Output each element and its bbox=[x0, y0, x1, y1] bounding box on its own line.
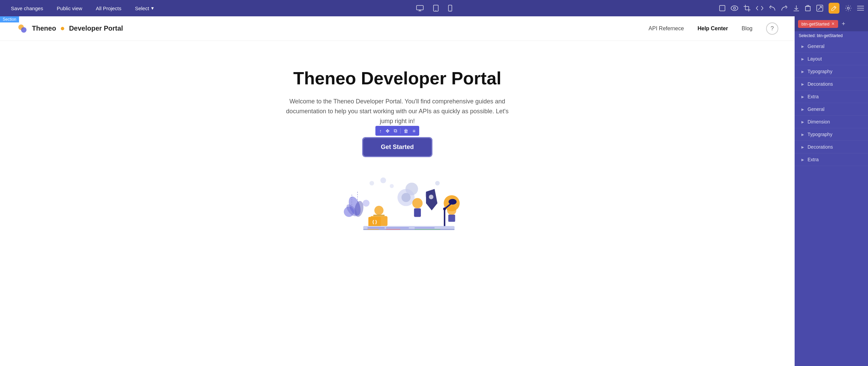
chevron-down-icon: ▾ bbox=[151, 5, 154, 11]
svg-rect-53 bbox=[367, 229, 379, 230]
hero-title: Theneo Developer Portal bbox=[293, 68, 501, 88]
nav-link-api[interactable]: API Refernece bbox=[649, 26, 684, 32]
nav-link-help[interactable]: Help Center bbox=[697, 26, 728, 32]
site-nav-links: API Refernece Help Center Blog ? bbox=[649, 22, 778, 35]
more-options-icon[interactable]: ≡ bbox=[411, 128, 417, 134]
chevron-right-icon: ▶ bbox=[801, 145, 804, 149]
hero-subtitle: Welcome to the Theneo Developer Portal. … bbox=[282, 97, 513, 126]
edit-mode-button[interactable] bbox=[829, 3, 839, 14]
selected-element-tab[interactable]: btn-getStarted ✕ bbox=[798, 20, 838, 28]
sidebar-item-general-2[interactable]: ▶ General bbox=[795, 103, 868, 116]
svg-point-8 bbox=[731, 6, 738, 11]
sidebar-item-dimension[interactable]: ▶ Dimension bbox=[795, 116, 868, 128]
add-tab-icon[interactable]: + bbox=[840, 20, 847, 28]
svg-text:}: } bbox=[375, 219, 377, 224]
logo-dot bbox=[61, 27, 64, 30]
svg-point-19 bbox=[847, 7, 849, 9]
svg-point-45 bbox=[412, 198, 422, 209]
tab-close-icon[interactable]: ✕ bbox=[831, 21, 835, 26]
sidebar-item-label: Extra bbox=[808, 157, 819, 162]
right-sidebar: btn-getStarted ✕ + Selected: btn-getStar… bbox=[795, 16, 868, 366]
undo-icon[interactable] bbox=[769, 5, 776, 11]
site-logo-text: Theneo bbox=[32, 24, 56, 32]
duplicate-icon[interactable]: ⧉ bbox=[392, 127, 399, 134]
section-label: Section bbox=[0, 16, 19, 22]
svg-point-47 bbox=[429, 195, 433, 199]
sidebar-item-label: Dimension bbox=[808, 119, 830, 124]
redo-icon[interactable] bbox=[781, 5, 788, 11]
illustration-area: { } bbox=[326, 163, 469, 238]
sidebar-item-typography-2[interactable]: ▶ Typography bbox=[795, 128, 868, 141]
checkbox-icon[interactable] bbox=[719, 5, 725, 11]
main-layout: Section Theneo Developer Portal API Refe… bbox=[0, 16, 868, 366]
share-icon[interactable] bbox=[816, 5, 823, 12]
delete-btn-icon[interactable]: 🗑 bbox=[402, 128, 410, 134]
sidebar-item-typography-1[interactable]: ▶ Typography bbox=[795, 65, 868, 78]
sidebar-item-label: General bbox=[808, 106, 825, 112]
svg-point-40 bbox=[374, 206, 383, 215]
public-view-button[interactable]: Public view bbox=[50, 0, 89, 16]
sidebar-item-label: Extra bbox=[808, 94, 819, 99]
sidebar-item-decorations-2[interactable]: ▶ Decorations bbox=[795, 141, 868, 153]
sidebar-item-label: Typography bbox=[808, 69, 832, 74]
svg-point-34 bbox=[390, 184, 394, 188]
save-changes-button[interactable]: Save changes bbox=[4, 0, 50, 16]
svg-rect-55 bbox=[386, 229, 400, 230]
get-started-button[interactable]: Get Started bbox=[363, 138, 431, 156]
toolbar-center bbox=[416, 5, 452, 12]
sidebar-item-extra-2[interactable]: ▶ Extra bbox=[795, 153, 868, 166]
svg-rect-56 bbox=[414, 228, 435, 229]
mobile-icon[interactable] bbox=[448, 5, 452, 12]
svg-rect-57 bbox=[414, 229, 440, 230]
tablet-icon[interactable] bbox=[433, 5, 439, 12]
svg-point-35 bbox=[369, 181, 374, 185]
chevron-right-icon: ▶ bbox=[801, 57, 804, 61]
sidebar-item-general-1[interactable]: ▶ General bbox=[795, 40, 868, 53]
chevron-right-icon: ▶ bbox=[801, 158, 804, 162]
svg-line-17 bbox=[818, 6, 821, 10]
hero-illustration: { } bbox=[326, 163, 469, 238]
drag-icon[interactable]: ✥ bbox=[384, 128, 391, 134]
chevron-right-icon: ▶ bbox=[801, 82, 804, 86]
sidebar-item-layout[interactable]: ▶ Layout bbox=[795, 53, 868, 65]
svg-rect-15 bbox=[805, 6, 810, 11]
site-logo: Theneo Developer Portal bbox=[16, 22, 123, 35]
code-icon[interactable] bbox=[756, 5, 763, 11]
sidebar-item-extra-1[interactable]: ▶ Extra bbox=[795, 90, 868, 103]
chevron-right-icon: ▶ bbox=[801, 45, 804, 48]
sidebar-item-decorations-1[interactable]: ▶ Decorations bbox=[795, 78, 868, 90]
website-preview: Section Theneo Developer Portal API Refe… bbox=[0, 16, 795, 366]
svg-rect-41 bbox=[373, 215, 385, 216]
logo-icon bbox=[16, 22, 29, 35]
preview-icon[interactable] bbox=[731, 5, 738, 11]
svg-line-18 bbox=[834, 7, 835, 8]
top-toolbar: Save changes Public view All Projects Se… bbox=[0, 0, 868, 16]
chevron-right-icon: ▶ bbox=[801, 70, 804, 73]
tab-label: btn-getStarted bbox=[801, 21, 829, 27]
preview-area: Section Theneo Developer Portal API Refe… bbox=[0, 16, 795, 366]
nav-link-blog[interactable]: Blog bbox=[742, 26, 752, 32]
all-projects-button[interactable]: All Projects bbox=[89, 0, 128, 16]
crop-icon[interactable] bbox=[744, 5, 750, 12]
move-up-icon[interactable]: ↑ bbox=[377, 128, 383, 134]
hamburger-menu-icon[interactable] bbox=[857, 5, 864, 11]
desktop-icon[interactable] bbox=[416, 5, 424, 11]
svg-rect-54 bbox=[386, 228, 409, 229]
select-button[interactable]: Select ▾ bbox=[128, 0, 161, 16]
sidebar-item-label: Decorations bbox=[808, 81, 833, 87]
sidebar-item-label: General bbox=[808, 44, 825, 49]
hero-section: Theneo Developer Portal Welcome to the T… bbox=[0, 41, 795, 251]
download-icon[interactable] bbox=[793, 5, 799, 12]
selected-element-name: btn-getStarted bbox=[817, 33, 843, 38]
svg-point-4 bbox=[436, 10, 436, 11]
svg-point-60 bbox=[443, 207, 446, 210]
settings-icon[interactable] bbox=[845, 5, 852, 12]
chevron-right-icon: ▶ bbox=[801, 133, 804, 136]
delete-icon[interactable] bbox=[805, 5, 811, 12]
help-circle-icon[interactable]: ? bbox=[766, 22, 778, 35]
svg-point-24 bbox=[21, 27, 26, 33]
chevron-right-icon: ▶ bbox=[801, 107, 804, 111]
sidebar-item-label: Layout bbox=[808, 56, 822, 62]
svg-point-6 bbox=[450, 10, 450, 11]
svg-point-9 bbox=[733, 7, 736, 9]
